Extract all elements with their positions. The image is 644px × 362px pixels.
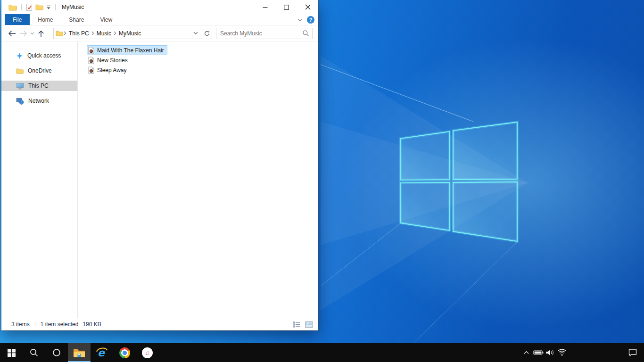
properties-check-icon[interactable] <box>25 1 34 13</box>
music-note-glyph: ♫ <box>142 347 153 358</box>
status-separator <box>35 321 35 327</box>
sidebar-item-this-pc[interactable]: This PC <box>1 81 77 91</box>
audio-file-icon <box>88 57 94 64</box>
sidebar-item-quick-access[interactable]: Quick access <box>1 50 77 61</box>
file-explorer-window: MyMusic File Home Share View <box>1 0 318 330</box>
audio-file-icon <box>88 66 94 74</box>
sidebar-item-label: OneDrive <box>28 67 52 74</box>
items-count: 3 items <box>11 321 30 328</box>
file-item-maid-with-the-flaxen-hair[interactable]: Maid With The Flaxen Hair <box>87 45 167 55</box>
taskbar: e ♫ <box>0 343 644 362</box>
explorer-folder-icon[interactable] <box>7 1 18 13</box>
window-content: Quick access OneDrive <box>1 41 318 318</box>
tab-file[interactable]: File <box>5 14 30 25</box>
navigation-pane: Quick access OneDrive <box>1 41 78 318</box>
help-button[interactable]: ? <box>307 16 314 24</box>
minimize-button[interactable] <box>255 0 276 14</box>
file-name: Sleep Away <box>97 67 127 74</box>
selection-size: 190 KB <box>83 321 101 328</box>
recent-locations-chevron-icon[interactable] <box>29 27 35 40</box>
details-view-icon[interactable] <box>293 321 300 328</box>
file-name: New Stories <box>97 57 128 64</box>
sidebar-item-network[interactable]: Network <box>1 96 77 106</box>
up-button[interactable] <box>35 27 47 40</box>
audio-file-icon <box>88 47 94 54</box>
volume-icon[interactable] <box>544 343 556 362</box>
window-title: MyMusic <box>62 4 84 10</box>
cortana-icon[interactable] <box>45 343 68 362</box>
breadcrumb-chevron-icon[interactable] <box>63 31 67 35</box>
qat-separator <box>55 4 56 10</box>
network-icon <box>16 98 24 105</box>
qat-separator <box>21 4 22 10</box>
back-button[interactable] <box>6 27 17 40</box>
itunes-icon[interactable]: ♫ <box>136 343 158 362</box>
wifi-icon[interactable] <box>556 343 568 362</box>
folder-icon <box>56 30 63 36</box>
sidebar-item-label: Quick access <box>27 52 61 59</box>
tab-view[interactable]: View <box>92 14 120 25</box>
breadcrumb-chevron-icon[interactable] <box>113 31 117 35</box>
start-button[interactable] <box>0 343 23 362</box>
sidebar-item-label: This PC <box>28 82 49 89</box>
selection-count: 1 item selected <box>41 321 79 328</box>
breadcrumb-mymusic[interactable]: MyMusic <box>117 30 143 37</box>
title-bar: MyMusic <box>1 0 318 14</box>
address-dropdown-chevron-icon[interactable] <box>193 32 199 35</box>
screen: MyMusic File Home Share View <box>0 0 644 362</box>
breadcrumb-this-pc[interactable]: This PC <box>67 30 91 37</box>
quick-access-star-icon <box>16 52 23 59</box>
status-bar: 3 items 1 item selected 190 KB <box>1 318 318 330</box>
refresh-button[interactable] <box>202 28 212 39</box>
forward-button[interactable] <box>17 27 29 40</box>
search-box <box>216 28 313 39</box>
customize-qat-chevron-icon[interactable] <box>45 1 52 13</box>
battery-icon[interactable] <box>532 343 544 362</box>
hidden-icons-chevron-icon[interactable] <box>520 343 532 362</box>
close-button[interactable] <box>297 0 318 14</box>
chrome-icon[interactable] <box>113 343 136 362</box>
file-item-new-stories[interactable]: New Stories <box>87 55 131 65</box>
sidebar-item-label: Network <box>28 98 49 104</box>
tab-share[interactable]: Share <box>61 14 92 25</box>
breadcrumb-chevron-icon[interactable] <box>91 31 95 35</box>
thumbnail-view-icon[interactable] <box>305 321 313 328</box>
tab-home[interactable]: Home <box>30 14 61 25</box>
action-center-icon[interactable] <box>623 343 642 362</box>
sidebar-item-onedrive[interactable]: OneDrive <box>1 66 77 76</box>
file-name: Maid With The Flaxen Hair <box>97 47 164 54</box>
navigation-toolbar: This PC Music MyMusic <box>1 25 318 41</box>
breadcrumb-music[interactable]: Music <box>95 30 113 37</box>
address-bar[interactable]: This PC Music MyMusic <box>53 28 202 39</box>
caption-buttons <box>255 0 318 14</box>
search-magnifier-icon[interactable] <box>302 30 309 37</box>
internet-explorer-icon[interactable]: e <box>91 343 113 362</box>
system-tray <box>520 343 644 362</box>
search-input[interactable] <box>220 30 302 37</box>
onedrive-folder-icon <box>16 68 24 74</box>
file-explorer-icon[interactable] <box>68 343 91 362</box>
expand-ribbon-chevron-icon[interactable] <box>297 16 303 23</box>
file-item-sleep-away[interactable]: Sleep Away <box>87 65 130 75</box>
ribbon-tabs: File Home Share View ? <box>1 14 318 25</box>
new-folder-icon[interactable] <box>34 1 45 13</box>
this-pc-monitor-icon <box>16 82 24 90</box>
search-icon[interactable] <box>23 343 45 362</box>
maximize-button[interactable] <box>276 0 297 14</box>
file-list[interactable]: Maid With The Flaxen Hair New Stories <box>78 41 318 318</box>
